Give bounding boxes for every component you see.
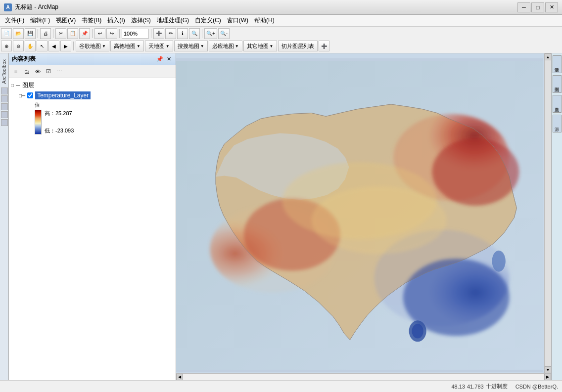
copy-button[interactable]: 📋 bbox=[67, 28, 78, 39]
menu-geoprocessing[interactable]: 地理处理(G) bbox=[154, 15, 192, 26]
editor-button[interactable]: ✏ bbox=[165, 28, 176, 39]
layers-expand-dash: ─ bbox=[16, 82, 20, 89]
separator-1 bbox=[38, 29, 38, 38]
scroll-track-h[interactable] bbox=[183, 374, 544, 380]
redo-button[interactable]: ↪ bbox=[106, 28, 117, 39]
undo-button[interactable]: ↩ bbox=[94, 28, 105, 39]
layer-visibility-checkbox[interactable] bbox=[27, 92, 33, 98]
side-btn-3[interactable] bbox=[1, 103, 8, 110]
maximize-button[interactable]: □ bbox=[531, 2, 544, 12]
toc-options[interactable]: ⋯ bbox=[54, 67, 64, 77]
toc-pin-button[interactable]: 📌 bbox=[156, 55, 164, 63]
legend-value-label: 值 bbox=[35, 101, 174, 109]
y-coordinate: 41.783 bbox=[467, 384, 484, 390]
bing-maps-button[interactable]: 必应地图▼ bbox=[209, 41, 242, 51]
map-scrollbar-horizontal[interactable]: ◀ ▶ bbox=[176, 373, 551, 380]
gaode-maps-button[interactable]: 高德地图▼ bbox=[110, 41, 144, 51]
forward-tool[interactable]: ▶ bbox=[60, 41, 71, 51]
open-button[interactable]: 📂 bbox=[13, 28, 24, 39]
map-scrollbar-vertical[interactable]: ▲ ▼ bbox=[544, 53, 551, 373]
close-button[interactable]: ✕ bbox=[545, 2, 558, 12]
pan-tool[interactable]: ✋ bbox=[25, 41, 36, 51]
title-bar: 无标题 - ArcMap ─ □ ✕ bbox=[0, 0, 562, 15]
scroll-left-button[interactable]: ◀ bbox=[176, 374, 183, 381]
toc-list-by-source[interactable]: 🗂 bbox=[22, 67, 32, 77]
menu-file[interactable]: 文件(F) bbox=[2, 15, 27, 26]
menu-window[interactable]: 窗口(W) bbox=[224, 15, 251, 26]
menu-help[interactable]: 帮助(H) bbox=[251, 15, 278, 26]
toc-close-button[interactable]: ✕ bbox=[165, 55, 173, 63]
side-btn-5[interactable] bbox=[1, 119, 8, 126]
menu-edit[interactable]: 编辑(E) bbox=[27, 15, 53, 26]
separator-6 bbox=[202, 29, 202, 38]
scroll-up-button[interactable]: ▲ bbox=[545, 53, 552, 60]
x-coordinate: 48.13 bbox=[451, 384, 465, 390]
print-button[interactable]: 🖨 bbox=[40, 28, 51, 39]
layer-name-label[interactable]: Temperature_Layer bbox=[35, 91, 91, 99]
tianditu-button[interactable]: 天地图▼ bbox=[145, 41, 173, 51]
identify-button[interactable]: ℹ bbox=[177, 28, 188, 39]
cut-button[interactable]: ✂ bbox=[55, 28, 66, 39]
legend-color-item: 高：25.287 低：-23.093 bbox=[35, 110, 174, 134]
new-button[interactable]: 📄 bbox=[1, 28, 12, 39]
scroll-right-button[interactable]: ▶ bbox=[544, 374, 551, 381]
tile-layers-button[interactable]: 切片图层列表 bbox=[278, 41, 318, 51]
find-button[interactable]: 🔍 bbox=[189, 28, 200, 39]
back-tool[interactable]: ◀ bbox=[48, 41, 59, 51]
add-data-button[interactable]: ➕ bbox=[153, 28, 164, 39]
paste-button[interactable]: 📌 bbox=[79, 28, 90, 39]
layer-expand-icon: □─ bbox=[19, 93, 25, 98]
map-area[interactable]: ▲ ▼ ◀ ▶ bbox=[176, 53, 551, 380]
google-maps-button[interactable]: 谷歌地图▼ bbox=[76, 41, 109, 51]
menu-view[interactable]: 视图(V) bbox=[53, 15, 79, 26]
coordinate-unit: 十进制度 bbox=[486, 383, 508, 390]
scroll-down-button[interactable]: ▼ bbox=[545, 366, 552, 373]
zoom-out-button[interactable]: 🔍- bbox=[218, 28, 230, 39]
zoom-in-tool[interactable]: ⊕ bbox=[1, 41, 12, 51]
right-tool-trace[interactable]: 量溯 bbox=[553, 95, 562, 113]
menu-insert[interactable]: 插入(I) bbox=[104, 15, 128, 26]
zoom-out-tool[interactable]: ⊖ bbox=[13, 41, 24, 51]
toc-toolbar: ≡ 🗂 👁 ☑ ⋯ bbox=[9, 65, 176, 78]
arctoolbox-label: ArcToolbox bbox=[1, 59, 7, 84]
other-maps-button[interactable]: 其它地图▼ bbox=[243, 41, 277, 51]
side-btn-2[interactable] bbox=[1, 95, 8, 102]
save-button[interactable]: 💾 bbox=[25, 28, 36, 39]
toc-header: 内容列表 📌 ✕ bbox=[9, 53, 176, 65]
svg-point-11 bbox=[492, 251, 506, 272]
add-tile-button[interactable]: ➕ bbox=[319, 41, 329, 51]
title-bar-left: 无标题 - ArcMap bbox=[4, 3, 58, 11]
layer-legend: 值 高：25.287 低：-23.093 bbox=[35, 101, 174, 134]
toc-list-by-visibility[interactable]: 👁 bbox=[33, 67, 43, 77]
china-map-svg bbox=[176, 58, 543, 372]
minimize-button[interactable]: ─ bbox=[517, 2, 530, 12]
toc-content: □ ─ 图层 □─ Temperature_Layer 值 高：25. bbox=[9, 78, 176, 380]
select-tool[interactable]: ↖ bbox=[37, 41, 47, 51]
menu-customize[interactable]: 自定义(C) bbox=[192, 15, 224, 26]
separator-2 bbox=[53, 29, 53, 38]
legend-color-bar bbox=[35, 110, 42, 134]
separator-5 bbox=[151, 29, 151, 38]
svg-point-2 bbox=[432, 138, 519, 206]
legend-high-value: 高：25.287 bbox=[45, 110, 74, 117]
side-btn-1[interactable] bbox=[1, 87, 8, 94]
side-btn-4[interactable] bbox=[1, 111, 8, 118]
zoom-in-button[interactable]: 🔍+ bbox=[204, 28, 217, 39]
soso-maps-button[interactable]: 搜搜地图▼ bbox=[174, 41, 208, 51]
menu-select[interactable]: 选择(S) bbox=[128, 15, 154, 26]
layers-group[interactable]: □ ─ 图层 bbox=[11, 80, 174, 90]
separator-4 bbox=[119, 29, 120, 38]
scale-input[interactable] bbox=[122, 29, 149, 39]
right-tool-table[interactable]: 图测 bbox=[553, 75, 562, 93]
right-tool-source[interactable]: 源 bbox=[553, 115, 562, 132]
arc-side-buttons bbox=[1, 87, 8, 126]
menu-bookmark[interactable]: 书签(B) bbox=[79, 15, 104, 26]
toc-list-by-selection[interactable]: ☑ bbox=[44, 67, 53, 77]
separator-3 bbox=[92, 29, 93, 38]
toc-panel: 内容列表 📌 ✕ ≡ 🗂 👁 ☑ ⋯ □ ─ 图层 □─ bbox=[9, 53, 176, 380]
toc-header-buttons: 📌 ✕ bbox=[156, 55, 173, 63]
right-tool-measure[interactable]: 测量 bbox=[553, 55, 562, 73]
layer-row[interactable]: □─ Temperature_Layer bbox=[19, 90, 174, 100]
legend-values: 高：25.287 低：-23.093 bbox=[45, 110, 74, 134]
toc-list-by-drawing-order[interactable]: ≡ bbox=[11, 67, 21, 77]
